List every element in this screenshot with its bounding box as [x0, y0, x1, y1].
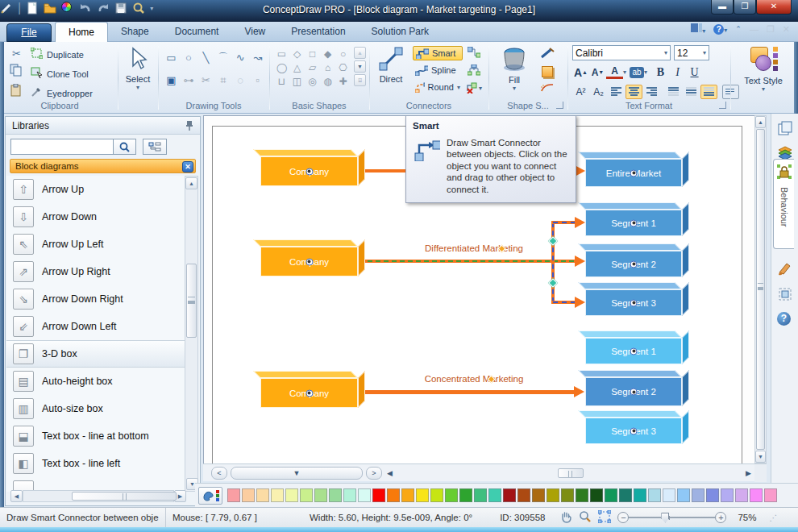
list-item-text-box-line-bottom[interactable]: ⬓Text box - line at bottom: [6, 422, 185, 450]
color-swatch[interactable]: [692, 488, 704, 502]
shape-company-2[interactable]: Company: [260, 239, 365, 276]
shape-cube[interactable]: ◫: [289, 74, 305, 88]
canvas-vertical-scrollbar[interactable]: ▲ ▼: [754, 115, 767, 463]
draw-arc-tool[interactable]: ⌒: [216, 52, 230, 64]
clone-tool-button[interactable]: Clone Tool: [47, 69, 89, 79]
page-tab-selector[interactable]: ▼: [231, 467, 363, 480]
color-swatch[interactable]: [242, 488, 255, 502]
tab-solution-park[interactable]: Solution Park: [359, 22, 442, 42]
pin-icon[interactable]: [185, 120, 193, 135]
shape-segment3-bottom[interactable]: Segment 3: [585, 410, 689, 444]
list-item-arrow-down[interactable]: ⇩Arrow Down: [6, 203, 185, 231]
list-item-arrow-down-right[interactable]: ⇘Arrow Down Right: [6, 285, 185, 313]
maximize-button[interactable]: ❐: [734, 0, 756, 15]
color-swatch[interactable]: [648, 488, 661, 502]
color-swatch[interactable]: [576, 488, 588, 502]
drawing-canvas[interactable]: Differentiated Marketing Concentrated Ma…: [203, 115, 754, 463]
color-swatch[interactable]: [459, 488, 472, 502]
valign-top-button[interactable]: [665, 85, 682, 99]
fill-button[interactable]: Fill ▾: [497, 46, 532, 92]
zoom-slider[interactable]: − +: [617, 512, 726, 523]
color-swatch[interactable]: [358, 488, 371, 502]
font-family-select[interactable]: Calibri▾: [572, 45, 671, 60]
tab-shape[interactable]: Shape: [108, 22, 162, 42]
color-swatch[interactable]: [677, 488, 690, 502]
italic-button[interactable]: I: [669, 64, 686, 80]
delete-connector-icon[interactable]: ▾: [466, 82, 482, 94]
copy-icon[interactable]: [10, 64, 23, 80]
draw-ellipse-tool[interactable]: ○: [181, 52, 195, 64]
library-horizontal-scrollbar[interactable]: ◀ ▶: [10, 489, 186, 502]
font-size-select[interactable]: 12▾: [674, 45, 709, 60]
canvas-scroll-right-icon[interactable]: ▶: [746, 469, 751, 477]
direct-connector-button[interactable]: Direct: [372, 47, 409, 84]
tab-home[interactable]: Home: [55, 22, 108, 42]
help-icon[interactable]: ?▾: [713, 24, 727, 35]
list-item-arrow-up-right[interactable]: ⇗Arrow Up Right: [6, 258, 185, 285]
minimize-button[interactable]: ▬: [711, 0, 734, 15]
list-item-auto-height-box[interactable]: ▤Auto-height box: [6, 368, 185, 395]
mdi-close-icon[interactable]: ✕: [783, 24, 790, 35]
color-swatch[interactable]: [547, 488, 559, 502]
text-style-button[interactable]: Text Style ▾: [732, 44, 795, 93]
zoom-in-icon[interactable]: +: [715, 512, 726, 523]
color-swatch[interactable]: [343, 488, 356, 502]
round-connector-button[interactable]: Round ▾: [413, 80, 463, 94]
underline-button[interactable]: U: [686, 64, 703, 80]
library-close-icon[interactable]: ✕: [182, 161, 193, 172]
cut-icon[interactable]: ✂: [10, 47, 23, 60]
select-dropdown-icon[interactable]: ▾: [119, 84, 156, 91]
fill-dropdown-icon[interactable]: ▾: [497, 85, 532, 92]
shape-segment1-bottom[interactable]: Segment 1: [585, 330, 689, 364]
color-swatch[interactable]: [764, 488, 777, 502]
color-swatch[interactable]: [329, 488, 342, 502]
zoom-out-icon[interactable]: −: [617, 512, 629, 523]
shape-parallelogram[interactable]: ▱: [305, 60, 320, 74]
duplicate-button[interactable]: Duplicate: [47, 50, 84, 60]
align-center-button[interactable]: [626, 85, 642, 99]
valign-bottom-button[interactable]: [700, 85, 717, 99]
resize-grip[interactable]: ⋰: [769, 513, 777, 522]
shape-company-3[interactable]: Company: [260, 371, 365, 408]
library-vertical-scrollbar[interactable]: ▲ ▼: [185, 176, 198, 492]
edit-vertex-tool[interactable]: ⌗: [216, 74, 230, 87]
shape-rounded-rectangle[interactable]: □: [305, 47, 320, 60]
align-right-button[interactable]: [643, 85, 660, 99]
search-button[interactable]: [114, 139, 136, 155]
draw-rectangle-tool[interactable]: ▭: [164, 52, 178, 64]
list-item-text-box-line-left[interactable]: ◧Text box - line left: [6, 450, 185, 477]
canvas-horizontal-scrollbar[interactable]: ◀ ▶: [387, 467, 751, 480]
shape-style-dialog-launcher[interactable]: [556, 102, 563, 109]
eyedropper-button[interactable]: Eyedropper: [47, 89, 93, 98]
color-swatch[interactable]: [430, 488, 443, 502]
pages-panel-icon[interactable]: [777, 120, 793, 136]
shape-hexagon[interactable]: ⎔: [335, 60, 351, 74]
canvas-hscroll-thumb[interactable]: [558, 468, 584, 478]
palette-options-button[interactable]: [198, 487, 222, 505]
color-swatch[interactable]: [256, 488, 269, 502]
color-swatch[interactable]: [706, 488, 719, 502]
tree-layout-icon[interactable]: [468, 64, 480, 79]
color-swatch[interactable]: [474, 488, 487, 502]
font-color-button[interactable]: A: [606, 65, 623, 79]
list-item-arrow-down-left[interactable]: ⇙Arrow Down Left: [6, 313, 185, 340]
color-swatch[interactable]: [561, 488, 574, 502]
shape-segment1-mid[interactable]: Segment 1: [585, 202, 689, 236]
shapes-scroll-down[interactable]: ▼: [354, 60, 366, 73]
library-section-header[interactable]: Block diagrams✕: [10, 159, 196, 173]
tree-connector-icon[interactable]: [468, 47, 480, 61]
color-swatch[interactable]: [517, 488, 530, 502]
color-swatch[interactable]: [532, 488, 545, 502]
page-setup-icon[interactable]: [777, 286, 793, 302]
library-search-input[interactable]: [10, 139, 114, 155]
shape-misc[interactable]: ◍: [320, 74, 335, 88]
highlight-button[interactable]: ab: [630, 67, 644, 78]
group-edit-tool[interactable]: ▫: [251, 74, 264, 87]
shapes-scroll-up[interactable]: ▲: [354, 47, 366, 59]
subscript-button[interactable]: A₂: [590, 84, 607, 99]
scroll-left-icon[interactable]: ◀: [10, 490, 23, 502]
color-swatch[interactable]: [750, 488, 763, 502]
spline-connector-button[interactable]: Spline: [413, 63, 463, 77]
draw-polyline-tool[interactable]: ↝: [251, 52, 264, 64]
library-hscroll-thumb[interactable]: [72, 492, 177, 501]
